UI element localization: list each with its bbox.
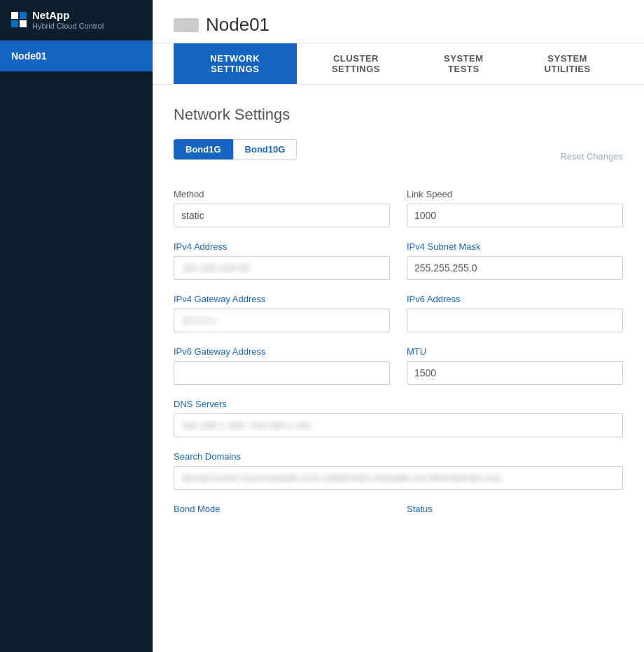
svg-rect-1 <box>20 12 27 19</box>
status-group: Status <box>407 504 623 514</box>
sidebar-node-item[interactable]: Node01 <box>0 41 153 71</box>
tab-system-utilities[interactable]: SYSTEM UTILITIES <box>512 43 623 84</box>
sidebar: NetApp Hybrid Cloud Control Node01 <box>0 0 153 652</box>
method-group: Method <box>174 189 390 227</box>
main-content: Node01 NETWORK SETTINGS CLUSTER SETTINGS… <box>153 0 644 652</box>
method-linkspeed-row: Method Link Speed <box>174 189 623 227</box>
node-icon <box>174 18 199 32</box>
ipv4-gateway-label: IPv4 Gateway Address <box>174 294 390 304</box>
ipv6-gateway-label: IPv6 Gateway Address <box>174 346 390 357</box>
app-subtitle: Hybrid Cloud Control <box>32 22 104 30</box>
ipv6-gateway-group: IPv6 Gateway Address <box>174 346 390 385</box>
method-label: Method <box>174 189 390 199</box>
mtu-group: MTU <box>407 346 623 385</box>
section-title: Network Settings <box>174 106 623 124</box>
search-domains-label: Search Domains <box>174 451 623 462</box>
bond-tab-10g[interactable]: Bond10G <box>233 139 298 160</box>
svg-rect-2 <box>11 20 18 27</box>
ipv6-gateway-mtu-row: IPv6 Gateway Address MTU <box>174 346 623 385</box>
ipv4-subnet-input[interactable] <box>407 256 623 280</box>
bond-mode-label: Bond Mode <box>174 504 390 514</box>
tab-network-settings[interactable]: NETWORK SETTINGS <box>174 43 297 84</box>
page-header: Node01 <box>153 0 644 43</box>
search-domains-group: Search Domains <box>174 451 623 490</box>
ipv4-row: IPv4 Address IPv4 Subnet Mask <box>174 241 623 280</box>
bond-mode-status-row: Bond Mode Status <box>174 504 623 514</box>
svg-rect-3 <box>20 20 27 27</box>
link-speed-input[interactable] <box>407 204 623 227</box>
link-speed-group: Link Speed <box>407 189 623 227</box>
ipv6-address-label: IPv6 Address <box>407 294 623 304</box>
bond-tabs: Bond1G Bond10G <box>174 139 297 160</box>
app-name: NetApp <box>32 10 104 22</box>
sidebar-logo: NetApp Hybrid Cloud Control <box>0 0 153 41</box>
link-speed-label: Link Speed <box>407 189 623 199</box>
dns-servers-group: DNS Servers <box>174 399 623 437</box>
dns-servers-label: DNS Servers <box>174 399 623 409</box>
tab-system-tests[interactable]: SYSTEM TESTS <box>415 43 512 84</box>
ipv6-address-input[interactable] <box>407 309 623 332</box>
ipv6-gateway-input[interactable] <box>174 361 390 385</box>
ipv4-gateway-input[interactable] <box>174 309 390 332</box>
ipv4-address-label: IPv4 Address <box>174 241 390 252</box>
ipv6-address-group: IPv6 Address <box>407 294 623 332</box>
content-area: Network Settings Bond1G Bond10G Reset Ch… <box>153 85 644 549</box>
bond-tabs-row: Bond1G Bond10G Reset Changes <box>174 139 623 173</box>
bond-mode-group: Bond Mode <box>174 504 390 514</box>
ipv4-address-group: IPv4 Address <box>174 241 390 280</box>
tabs-bar: NETWORK SETTINGS CLUSTER SETTINGS SYSTEM… <box>153 43 644 85</box>
ipv4-address-input[interactable] <box>174 256 390 280</box>
ipv4-subnet-label: IPv4 Subnet Mask <box>407 241 623 252</box>
dns-servers-input[interactable] <box>174 413 623 437</box>
netapp-logo-icon <box>11 12 27 27</box>
status-label: Status <box>407 504 623 514</box>
mtu-label: MTU <box>407 346 623 357</box>
bond-tab-1g[interactable]: Bond1G <box>174 139 233 160</box>
tab-cluster-settings[interactable]: CLUSTER SETTINGS <box>297 43 416 84</box>
reset-changes-link[interactable]: Reset Changes <box>560 151 623 162</box>
mtu-input[interactable] <box>407 361 623 385</box>
svg-rect-0 <box>11 12 18 19</box>
page-title: Node01 <box>206 14 270 36</box>
sidebar-logo-text: NetApp Hybrid Cloud Control <box>32 10 104 30</box>
search-domains-input[interactable] <box>174 466 623 490</box>
method-input[interactable] <box>174 204 390 227</box>
ipv4-gateway-group: IPv4 Gateway Address <box>174 294 390 332</box>
ipv4-subnet-group: IPv4 Subnet Mask <box>407 241 623 280</box>
ipv4-gateway-ipv6-row: IPv4 Gateway Address IPv6 Address <box>174 294 623 332</box>
